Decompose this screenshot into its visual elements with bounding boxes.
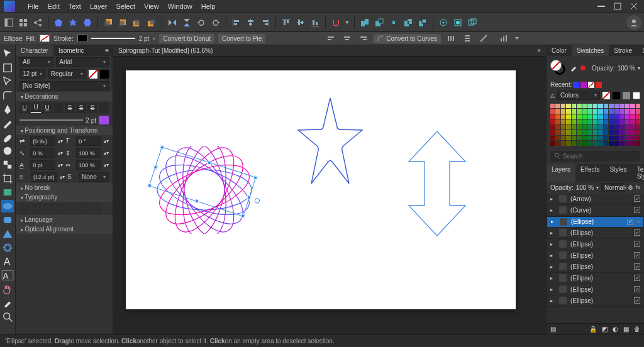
swatch-cell[interactable]: [625, 104, 630, 108]
horizontal-scrollbar[interactable]: [113, 328, 546, 334]
swatch-cell[interactable]: [572, 109, 576, 113]
layer-visible-checkbox[interactable]: ✓: [634, 275, 640, 281]
swatch-cell[interactable]: [582, 141, 587, 145]
underline-1-button[interactable]: U: [19, 102, 30, 113]
fill-tool[interactable]: [1, 145, 14, 157]
node-tool[interactable]: [1, 75, 14, 88]
swatch-cell[interactable]: [609, 125, 613, 129]
swatch-cell[interactable]: [598, 109, 602, 113]
leading-input[interactable]: (12.4 pt): [31, 172, 57, 182]
text-tool[interactable]: A: [1, 255, 14, 268]
layer-row[interactable]: ▸(Ellipse)✓: [547, 216, 644, 228]
fill-stroke-selector[interactable]: [550, 60, 567, 76]
swatch-cell[interactable]: [550, 109, 555, 113]
align-bottom-icon[interactable]: [309, 16, 321, 29]
stroke-width-value[interactable]: 2 pt: [139, 35, 150, 42]
rotate-cw-icon[interactable]: [209, 16, 222, 29]
swatch-cell[interactable]: [582, 125, 587, 129]
ctx-chart-dropdown[interactable]: [514, 32, 520, 45]
tab-isometric[interactable]: Isometric: [53, 45, 89, 56]
recent-color-2[interactable]: [580, 82, 587, 88]
align-top-icon[interactable]: [280, 16, 292, 29]
tab-effects[interactable]: Effects: [575, 164, 604, 182]
underline-color-swatch[interactable]: [99, 116, 109, 124]
swatch-cell[interactable]: [598, 104, 602, 108]
swatch-cell[interactable]: [636, 141, 640, 145]
typo-4[interactable]: [55, 203, 66, 214]
swatch-cell[interactable]: [572, 125, 576, 129]
swatch-cell[interactable]: [593, 109, 597, 113]
swatch-cell[interactable]: [582, 119, 587, 124]
swatch-cell[interactable]: [572, 104, 576, 108]
swatch-cell[interactable]: [555, 130, 560, 135]
layer-row[interactable]: ▸(Ellipse)✓: [547, 239, 644, 250]
crop-tool[interactable]: [1, 172, 14, 185]
swatch-cell[interactable]: [630, 119, 635, 124]
swatch-cell[interactable]: [577, 125, 581, 129]
swatch-cell[interactable]: [566, 125, 570, 129]
swatch-cell[interactable]: [636, 136, 640, 140]
swatch-cell[interactable]: [555, 141, 560, 145]
shape-cog-tool[interactable]: [1, 241, 14, 254]
swatch-cell[interactable]: [630, 136, 635, 140]
pen-tool[interactable]: [1, 103, 14, 116]
boolean-xor-icon[interactable]: [402, 16, 414, 29]
swatch-cell[interactable]: [619, 104, 624, 108]
menu-layer[interactable]: Layer: [90, 3, 108, 10]
share-icon[interactable]: [31, 16, 44, 29]
swatch-cell[interactable]: [630, 114, 635, 119]
pan-tool[interactable]: [1, 283, 14, 295]
swatch-cell[interactable]: [582, 109, 587, 113]
palette-select[interactable]: Colors: [557, 91, 600, 100]
swatch-cell[interactable]: [614, 125, 619, 129]
swatch-cell[interactable]: [609, 109, 613, 113]
swatch-cell[interactable]: [604, 119, 608, 124]
layer-row[interactable]: ▸(Ellipse)✓: [547, 228, 644, 239]
swatch-cell[interactable]: [598, 125, 602, 129]
layer-visible-checkbox[interactable]: ✓: [634, 207, 640, 213]
layer-visible-checkbox[interactable]: ✓: [634, 241, 640, 247]
layer-visible-checkbox[interactable]: ✓: [634, 252, 640, 258]
swatch-cell[interactable]: [609, 114, 613, 119]
flip-h-icon[interactable]: [166, 16, 179, 29]
recent-color-3[interactable]: [588, 82, 594, 88]
recent-color-1[interactable]: [573, 82, 579, 88]
underline-width-slider[interactable]: [19, 119, 83, 121]
swatch-cell[interactable]: [577, 104, 581, 108]
layer-row[interactable]: ▸(Ellipse)✓: [547, 295, 644, 307]
shape-triangle-tool[interactable]: [1, 228, 14, 240]
swatch-cell[interactable]: [604, 125, 608, 129]
baseline-input[interactable]: 0 pt: [30, 160, 55, 170]
menu-window[interactable]: Window: [168, 3, 192, 10]
strike-1-button[interactable]: S: [65, 102, 75, 113]
strike-none-button[interactable]: [99, 102, 109, 113]
layer-visible-checkbox[interactable]: ✓: [627, 219, 633, 225]
spirograph-shape[interactable]: [154, 146, 255, 234]
swatch-cell[interactable]: [587, 119, 592, 124]
kerning-input[interactable]: 0 %: [30, 148, 55, 158]
swatch-cell[interactable]: [593, 119, 597, 124]
swatch-cell[interactable]: [550, 119, 555, 124]
insert-inside-icon[interactable]: [466, 16, 479, 29]
tab-swatches[interactable]: Swatches: [572, 45, 609, 56]
layer-visible-checkbox[interactable]: ✓: [634, 196, 640, 202]
swatch-cell[interactable]: [566, 109, 570, 113]
strike-3-button[interactable]: S: [87, 102, 97, 113]
swatch-cell[interactable]: [630, 125, 635, 129]
swatch-cell[interactable]: [604, 104, 608, 108]
swatch-cell[interactable]: [593, 125, 597, 129]
layer-row[interactable]: ▸(Ellipse)✓: [547, 273, 644, 284]
swatch-cell[interactable]: [561, 109, 565, 113]
swatch-cell[interactable]: [598, 130, 602, 135]
swatch-cell[interactable]: [619, 125, 624, 129]
swatch-cell[interactable]: [566, 141, 570, 145]
swatch-cell[interactable]: [619, 136, 624, 140]
ctx-align-1[interactable]: [325, 32, 337, 45]
swatch-cell[interactable]: [619, 109, 624, 113]
swatch-cell[interactable]: [636, 125, 640, 129]
blend-mode-select[interactable]: Normal: [601, 183, 625, 192]
layer-row[interactable]: ▸(Arrow)✓: [547, 194, 644, 205]
swatch-cell[interactable]: [561, 136, 565, 140]
swatch-cell[interactable]: [614, 136, 619, 140]
menu-select[interactable]: Select: [116, 3, 135, 10]
